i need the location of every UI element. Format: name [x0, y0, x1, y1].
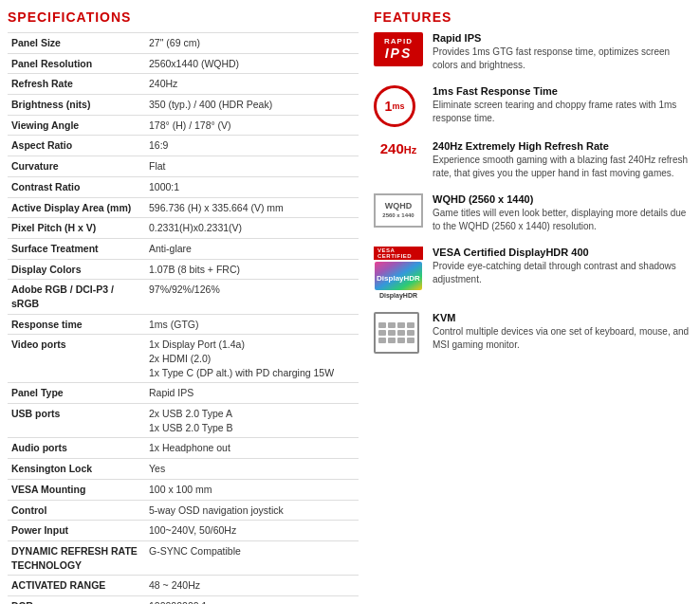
- vesa-icon: VESA CERTIFIED DisplayHDR Disp: [374, 247, 423, 299]
- specifications-title: SPECIFICATIONS: [8, 9, 359, 25]
- feature-text: Rapid IPSProvides 1ms GTG fast response …: [433, 32, 692, 72]
- feature-desc: Provide eye-catching detail through cont…: [433, 260, 692, 286]
- feature-desc: Game titles will even look better, displ…: [433, 207, 692, 233]
- table-row: Adobe RGB / DCI-P3 / sRGB97%/92%/126%: [8, 280, 359, 314]
- spec-label: Control: [8, 500, 145, 521]
- 240hz-icon: 240Hz: [374, 140, 423, 157]
- spec-label: Brightness (nits): [8, 95, 145, 116]
- feature-title: WQHD (2560 x 1440): [433, 193, 692, 205]
- spec-value: 97%/92%/126%: [145, 280, 359, 314]
- spec-value: 2560x1440 (WQHD): [145, 53, 359, 74]
- table-row: Control5-way OSD navigation joystick: [8, 500, 359, 521]
- spec-value: 0.2331(H)x0.2331(V): [145, 218, 359, 239]
- 1ms-icon: 1ms: [374, 85, 423, 127]
- table-row: Active Display Area (mm)596.736 (H) x 33…: [8, 197, 359, 218]
- spec-value: 100 x 100 mm: [145, 479, 359, 500]
- table-row: Viewing Angle178° (H) / 178° (V): [8, 115, 359, 136]
- table-row: Response time1ms (GTG): [8, 314, 359, 335]
- spec-label: Pixel Pitch (H x V): [8, 218, 145, 239]
- spec-table: Panel Size27" (69 cm)Panel Resolution256…: [8, 32, 359, 604]
- spec-value: 350 (typ.) / 400 (HDR Peak): [145, 95, 359, 116]
- table-row: Refresh Rate240Hz: [8, 74, 359, 95]
- table-row: USB ports2x USB 2.0 Type A 1x USB 2.0 Ty…: [8, 404, 359, 438]
- spec-value: 1x Display Port (1.4a) 2x HDMI (2.0) 1x …: [145, 335, 359, 383]
- feature-item: KVMControl multiple devices via one set …: [374, 312, 692, 354]
- table-row: Aspect Ratio16:9: [8, 136, 359, 156]
- spec-label: Contrast Ratio: [8, 176, 145, 197]
- spec-label: Viewing Angle: [8, 115, 145, 136]
- table-row: ACTIVATED RANGE48 ~ 240Hz: [8, 576, 359, 596]
- feature-desc: Eliminate screen tearing and choppy fram…: [433, 99, 692, 125]
- spec-label: Kensington Lock: [8, 459, 145, 480]
- feature-text: WQHD (2560 x 1440)Game titles will even …: [433, 193, 692, 233]
- spec-value: 100~240V, 50/60Hz: [145, 521, 359, 541]
- spec-label: Active Display Area (mm): [8, 197, 145, 218]
- feature-title: KVM: [433, 312, 692, 323]
- feature-desc: Control multiple devices via one set of …: [433, 325, 692, 352]
- feature-desc: Experience smooth gaming with a blazing …: [433, 154, 692, 180]
- spec-value: 48 ~ 240Hz: [145, 576, 359, 596]
- feature-desc: Provides 1ms GTG fast response time, opt…: [433, 46, 692, 72]
- table-row: Surface TreatmentAnti-glare: [8, 238, 359, 259]
- features-list: RAPID IPS Rapid IPSProvides 1ms GTG fast…: [374, 32, 692, 354]
- feature-text: VESA Certified DisplayHDR 400Provide eye…: [433, 247, 692, 286]
- spec-label: Panel Size: [8, 33, 145, 54]
- spec-value: Flat: [145, 156, 359, 177]
- spec-value: 2x USB 2.0 Type A 1x USB 2.0 Type B: [145, 404, 359, 438]
- spec-value: 5-way OSD navigation joystick: [145, 500, 359, 521]
- spec-label: Response time: [8, 314, 145, 335]
- table-row: Power Input100~240V, 50/60Hz: [8, 521, 359, 541]
- feature-item: 1ms 1ms Fast Response TimeEliminate scre…: [374, 85, 692, 127]
- spec-label: Video ports: [8, 335, 145, 383]
- spec-label: Adobe RGB / DCI-P3 / sRGB: [8, 280, 145, 314]
- spec-value: 240Hz: [145, 74, 359, 95]
- table-row: CurvatureFlat: [8, 156, 359, 177]
- spec-value: Anti-glare: [145, 238, 359, 259]
- spec-label: Aspect Ratio: [8, 136, 145, 156]
- table-row: Brightness (nits)350 (typ.) / 400 (HDR P…: [8, 95, 359, 116]
- feature-item: WQHD 2560 x 1440 WQHD (2560 x 1440)Game …: [374, 193, 692, 233]
- specifications-section: SPECIFICATIONS Panel Size27" (69 cm)Pane…: [8, 9, 359, 604]
- spec-value: 16:9: [145, 136, 359, 156]
- spec-label: Surface Treatment: [8, 238, 145, 259]
- feature-text: KVMControl multiple devices via one set …: [433, 312, 692, 352]
- spec-value: 100000000:1: [145, 595, 359, 604]
- spec-label: Audio ports: [8, 438, 145, 459]
- table-row: Video ports1x Display Port (1.4a) 2x HDM…: [8, 335, 359, 383]
- table-row: Pixel Pitch (H x V)0.2331(H)x0.2331(V): [8, 218, 359, 239]
- table-row: DYNAMIC REFRESH RATE TECHNOLOGYG-SYNC Co…: [8, 540, 359, 575]
- spec-label: DCR: [8, 595, 145, 604]
- feature-title: VESA Certified DisplayHDR 400: [433, 247, 692, 258]
- spec-value: 1x Headphone out: [145, 438, 359, 459]
- features-section: FEATURES RAPID IPS Rapid IPSProvides 1ms…: [374, 9, 692, 604]
- table-row: Audio ports1x Headphone out: [8, 438, 359, 459]
- spec-value: 1.07B (8 bits + FRC): [145, 259, 359, 280]
- spec-label: Display Colors: [8, 259, 145, 280]
- spec-value: Rapid IPS: [145, 383, 359, 404]
- spec-label: Refresh Rate: [8, 74, 145, 95]
- table-row: Panel Resolution2560x1440 (WQHD): [8, 53, 359, 74]
- spec-value: 178° (H) / 178° (V): [145, 115, 359, 136]
- feature-item: 240Hz 240Hz Extremely High Refresh RateE…: [374, 140, 692, 180]
- table-row: DCR100000000:1: [8, 595, 359, 604]
- spec-label: DYNAMIC REFRESH RATE TECHNOLOGY: [8, 540, 145, 575]
- table-row: Panel TypeRapid IPS: [8, 383, 359, 404]
- feature-title: 240Hz Extremely High Refresh Rate: [433, 140, 692, 152]
- svg-text:DisplayHDR: DisplayHDR: [377, 274, 420, 283]
- spec-value: Yes: [145, 459, 359, 480]
- feature-text: 1ms Fast Response TimeEliminate screen t…: [433, 85, 692, 125]
- spec-label: Curvature: [8, 156, 145, 177]
- kvm-icon: [374, 312, 423, 354]
- spec-label: VESA Mounting: [8, 479, 145, 500]
- spec-value: 1ms (GTG): [145, 314, 359, 335]
- spec-value: 1000:1: [145, 176, 359, 197]
- table-row: Display Colors1.07B (8 bits + FRC): [8, 259, 359, 280]
- spec-label: ACTIVATED RANGE: [8, 576, 145, 596]
- table-row: Kensington LockYes: [8, 459, 359, 480]
- spec-value: 27" (69 cm): [145, 33, 359, 54]
- wqhd-icon: WQHD 2560 x 1440: [374, 193, 423, 228]
- feature-item: VESA CERTIFIED DisplayHDR Disp: [374, 247, 692, 299]
- feature-item: RAPID IPS Rapid IPSProvides 1ms GTG fast…: [374, 32, 692, 72]
- spec-label: Panel Resolution: [8, 53, 145, 74]
- spec-value: G-SYNC Compatible: [145, 540, 359, 575]
